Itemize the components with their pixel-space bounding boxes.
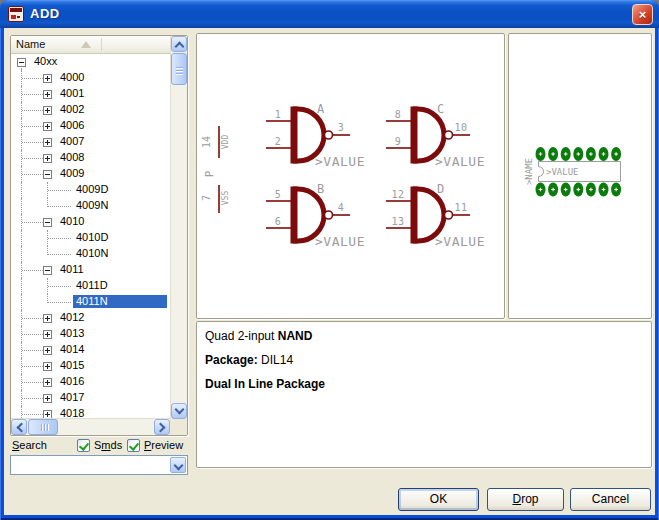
tree-item-4009[interactable]: 4009 [11, 166, 170, 182]
vertical-scroll-thumb[interactable] [171, 53, 187, 85]
scroll-left-button[interactable] [11, 419, 27, 435]
tree-item-4010D[interactable]: 4010D [11, 230, 170, 246]
tree-item-4011D[interactable]: 4011D [11, 278, 170, 294]
tree-item-label[interactable]: 4008 [57, 151, 87, 164]
collapse-icon[interactable] [17, 58, 26, 67]
dialog-client-area: Name 40xx4000400140024006400740084009400… [4, 28, 655, 515]
tree-item-label[interactable]: 4002 [57, 103, 87, 116]
tree-item-label[interactable]: 4016 [57, 375, 87, 388]
tree-item-label[interactable]: 4015 [57, 359, 87, 372]
expand-icon[interactable] [43, 378, 52, 387]
tree-item-label[interactable]: 4010 [57, 215, 87, 228]
ok-button[interactable]: OK [398, 488, 479, 511]
scroll-up-button[interactable] [171, 36, 187, 52]
chevron-down-icon [174, 461, 184, 471]
expand-icon[interactable] [43, 314, 52, 323]
tree-item-4002[interactable]: 4002 [11, 102, 170, 118]
chevron-right-icon [156, 423, 166, 433]
svg-text:6: 6 [275, 216, 282, 227]
tree-vertical-scrollbar[interactable] [170, 36, 187, 419]
tree-item-label[interactable]: 4009D [73, 183, 111, 196]
scroll-right-button[interactable] [154, 419, 170, 435]
tree-item-4006[interactable]: 4006 [11, 118, 170, 134]
expand-icon[interactable] [43, 410, 52, 418]
svg-text:11: 11 [454, 202, 467, 213]
tree-item-label[interactable]: 40xx [31, 55, 60, 68]
svg-text:>VALUE: >VALUE [315, 154, 365, 169]
schematic-preview: 14 VDD P 7 VSS 123A>VALUE564B>VALUE8910C… [197, 34, 504, 318]
tree-item-4007[interactable]: 4007 [11, 134, 170, 150]
tree-item-4017[interactable]: 4017 [11, 390, 170, 406]
close-button[interactable]: × [632, 4, 653, 25]
tree-item-label[interactable]: 4018 [57, 407, 87, 418]
preview-label[interactable]: Preview [144, 439, 183, 451]
tree-item-label[interactable]: 4009N [73, 199, 111, 212]
tree-item-label[interactable]: 4017 [57, 391, 87, 404]
expand-icon[interactable] [43, 394, 52, 403]
tree-item-label[interactable]: 4011 [57, 263, 87, 276]
scroll-down-button[interactable] [171, 403, 187, 419]
tree-item-4013[interactable]: 4013 [11, 326, 170, 342]
svg-text:VSS: VSS [221, 191, 230, 206]
sort-ascending-icon [81, 41, 91, 48]
tree-item-4011[interactable]: 4011 [11, 262, 170, 278]
preview-checkbox[interactable] [127, 439, 140, 452]
tree-item-label[interactable]: 4006 [57, 119, 87, 132]
tree-item-4009D[interactable]: 4009D [11, 182, 170, 198]
tree-horizontal-scrollbar[interactable] [11, 418, 170, 435]
tree-item-4018[interactable]: 4018 [11, 406, 170, 418]
tree-item-label[interactable]: 4007 [57, 135, 87, 148]
expand-icon[interactable] [43, 330, 52, 339]
tree-item-4001[interactable]: 4001 [11, 86, 170, 102]
tree-item-label[interactable]: 4009 [57, 167, 87, 180]
tree-item-4014[interactable]: 4014 [11, 342, 170, 358]
tree-item-label[interactable]: 4000 [57, 71, 87, 84]
svg-text:14: 14 [201, 136, 212, 148]
scrollbar-corner [170, 419, 187, 435]
tree-item-4008[interactable]: 4008 [11, 150, 170, 166]
tree-item-4011N[interactable]: 4011N [11, 294, 170, 310]
eagle-app-icon [8, 6, 24, 22]
tree-item-label[interactable]: 4010D [73, 231, 111, 244]
expand-icon[interactable] [43, 362, 52, 371]
expand-icon[interactable] [43, 122, 52, 131]
cancel-button[interactable]: Cancel [570, 488, 651, 511]
expand-icon[interactable] [43, 106, 52, 115]
tree-item-4010N[interactable]: 4010N [11, 246, 170, 262]
tree-item-label[interactable]: 4010N [73, 247, 111, 260]
tree-column-header-name[interactable]: Name [11, 36, 171, 54]
collapse-icon[interactable] [43, 218, 52, 227]
smds-checkbox[interactable] [77, 439, 90, 452]
drop-button[interactable]: Drop [487, 488, 564, 511]
svg-text:C: C [437, 102, 445, 116]
expand-icon[interactable] [43, 138, 52, 147]
svg-text:5: 5 [275, 189, 282, 200]
tree-item-40xx[interactable]: 40xx [11, 54, 170, 70]
smds-label[interactable]: Smds [94, 439, 122, 451]
expand-icon[interactable] [43, 154, 52, 163]
svg-text:12: 12 [391, 189, 404, 200]
tree-item-4009N[interactable]: 4009N [11, 198, 170, 214]
collapse-icon[interactable] [43, 266, 52, 275]
expand-icon[interactable] [43, 90, 52, 99]
tree-item-4016[interactable]: 4016 [11, 374, 170, 390]
horizontal-scroll-thumb[interactable] [28, 419, 58, 435]
tree-item-label[interactable]: 4012 [57, 311, 87, 324]
expand-icon[interactable] [43, 74, 52, 83]
tree-item-4000[interactable]: 4000 [11, 70, 170, 86]
tree-item-label[interactable]: 4011N [73, 295, 167, 308]
chevron-left-icon [17, 423, 27, 433]
tree-item-label[interactable]: 4014 [57, 343, 87, 356]
tree-item-4012[interactable]: 4012 [11, 310, 170, 326]
search-combobox[interactable] [10, 455, 188, 475]
power-symbol-p: 14 VDD P 7 VSS [201, 126, 230, 213]
combo-dropdown-button[interactable] [170, 457, 186, 473]
collapse-icon[interactable] [43, 170, 52, 179]
tree-item-4015[interactable]: 4015 [11, 358, 170, 374]
description-line-1: Quad 2-input NAND [205, 329, 643, 343]
expand-icon[interactable] [43, 346, 52, 355]
tree-item-label[interactable]: 4001 [57, 87, 87, 100]
tree-item-label[interactable]: 4013 [57, 327, 87, 340]
tree-item-4010[interactable]: 4010 [11, 214, 170, 230]
tree-item-label[interactable]: 4011D [73, 279, 111, 292]
